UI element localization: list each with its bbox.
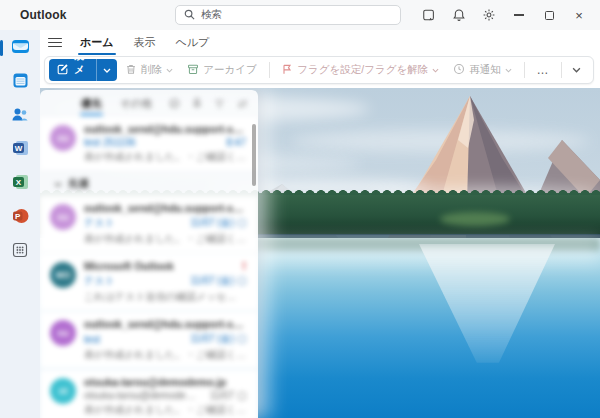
mail-subject: test <box>84 334 182 345</box>
snooze-label: 再通知 <box>469 63 501 77</box>
powerpoint-icon: P <box>12 208 29 228</box>
excel-icon: X <box>12 174 29 194</box>
mail-icon <box>11 38 30 59</box>
main-area: ホーム 表示 ヘルプ 新規 <box>40 30 600 418</box>
new-mail-label: 新規メール <box>74 59 88 81</box>
search-input[interactable]: 検索 <box>175 5 401 25</box>
mail-subject: otsuka-tarou@demodemo... <box>84 390 202 401</box>
pin-icon[interactable] <box>192 95 202 113</box>
avatar: ou <box>50 204 76 230</box>
avatar: ou <box>50 125 76 151</box>
outlook-window: Outlook 検索 <box>0 0 600 418</box>
rail-item-excel[interactable]: X <box>0 174 40 194</box>
app-rail: W X P <box>0 30 40 418</box>
list-scrollbar[interactable] <box>252 124 256 186</box>
attachment-icon <box>238 392 246 400</box>
content-area: 優先 その他 <box>40 88 600 418</box>
tab-home[interactable]: ホーム <box>78 32 116 53</box>
rail-item-people[interactable] <box>0 106 40 126</box>
notes-icon[interactable] <box>414 0 444 30</box>
toolbar-divider <box>524 62 525 78</box>
mail-preview: これはテスト送信の確認メッセージです。・・・ <box>84 290 246 304</box>
select-all-icon[interactable] <box>169 95 180 113</box>
mail-sender: outlook_send@hdu.support-smv.jp <box>84 202 246 214</box>
hamburger-menu-icon[interactable] <box>48 38 62 47</box>
mail-row[interactable]: ou outlook_send@hdu.support-smv.jp test … <box>40 312 258 368</box>
archive-label: アーカイブ <box>203 63 256 77</box>
section-label: 先週 <box>68 177 89 191</box>
mail-time: 11/07 <box>210 390 234 401</box>
mail-row[interactable]: ou outlook_send@hdu.support-smv.jp テスト 1… <box>40 196 258 252</box>
attachment-icon <box>238 277 246 285</box>
mail-sender: otsuka-tarou@demodemo.jp <box>84 376 246 388</box>
mail-row[interactable]: ou outlook_send@hdu.support-smv.jp test … <box>40 117 258 170</box>
mail-preview: 表が作成されました。・ご確認ください。 <box>84 348 246 362</box>
titlebar-actions: × <box>414 0 594 30</box>
mail-subject: テスト <box>84 274 182 288</box>
rail-item-word[interactable]: W <box>0 140 40 160</box>
tab-view[interactable]: 表示 <box>132 32 158 53</box>
mail-list-header: 優先 その他 <box>40 90 258 117</box>
tab-other[interactable]: その他 <box>119 95 153 113</box>
close-button[interactable]: × <box>564 0 594 30</box>
rail-item-more-apps[interactable] <box>0 242 40 262</box>
svg-text:X: X <box>15 178 21 187</box>
svg-text:P: P <box>15 212 21 221</box>
archive-button[interactable]: アーカイブ <box>181 59 262 81</box>
mail-list-panel: 優先 その他 <box>40 90 258 418</box>
search-placeholder: 検索 <box>201 8 222 22</box>
flag-label: フラグを設定/フラグを解除 <box>297 63 428 77</box>
word-icon: W <box>12 140 29 160</box>
people-icon <box>11 107 29 126</box>
new-mail-button[interactable]: 新規メール <box>49 59 117 81</box>
tab-focused[interactable]: 優先 <box>80 95 103 113</box>
sort-icon[interactable] <box>237 95 248 113</box>
mail-time: 11/07 (金) <box>190 216 234 230</box>
attachment-icon <box>238 219 246 227</box>
delete-button[interactable]: 削除 <box>119 59 179 81</box>
mail-sender: outlook_send@hdu.support-smv.jp <box>84 318 246 330</box>
new-mail-dropdown[interactable] <box>96 59 117 81</box>
flag-icon <box>281 63 293 77</box>
mail-sender: Microsoft Outlook <box>84 260 236 272</box>
avatar: ot <box>50 378 76 404</box>
attachment-icon <box>238 335 246 343</box>
bell-icon[interactable] <box>444 0 474 30</box>
clock-icon <box>453 63 465 77</box>
snooze-button[interactable]: 再通知 <box>447 59 518 81</box>
importance-icon: ! <box>242 260 246 272</box>
tab-help[interactable]: ヘルプ <box>174 32 212 53</box>
mail-row[interactable]: ot otsuka-tarou@demodemo.jp otsuka-tarou… <box>40 370 258 418</box>
rail-item-calendar[interactable] <box>0 72 40 92</box>
svg-text:W: W <box>14 144 22 153</box>
mail-subject: テスト <box>84 216 182 230</box>
more-commands-button[interactable]: … <box>530 63 555 77</box>
trash-icon <box>125 63 137 77</box>
calendar-icon <box>12 72 29 93</box>
filter-icon[interactable] <box>214 95 225 113</box>
rail-item-mail[interactable] <box>0 38 40 58</box>
selected-indicator <box>0 40 3 56</box>
toolbar-divider <box>269 62 270 78</box>
mail-row[interactable]: MO Microsoft Outlook ! テスト 11/07 (金) <box>40 254 258 310</box>
mail-preview: 表が作成されました。・ご確認ください。 <box>84 150 246 164</box>
mail-subject: test 251106 <box>84 137 219 148</box>
avatar: ou <box>50 320 76 346</box>
minimize-button[interactable] <box>504 0 534 30</box>
ribbon-tabs: ホーム 表示 ヘルプ <box>40 30 600 55</box>
more-apps-icon <box>12 242 28 262</box>
gear-icon[interactable] <box>474 0 504 30</box>
collapse-ribbon-chevron[interactable] <box>568 67 585 73</box>
flag-button[interactable]: フラグを設定/フラグを解除 <box>275 59 445 81</box>
mail-time: 8:47 <box>227 137 246 148</box>
mail-preview: 表が作成されました。・ご確認ください。 <box>84 403 246 417</box>
mail-time: 11/07 (金) <box>190 274 234 288</box>
avatar: MO <box>50 262 76 288</box>
mail-time: 11/07 (金) <box>190 332 234 346</box>
compose-icon <box>57 63 69 77</box>
app-title: Outlook <box>20 8 67 22</box>
rail-item-powerpoint[interactable]: P <box>0 208 40 228</box>
archive-icon <box>187 63 199 77</box>
maximize-button[interactable] <box>534 0 564 30</box>
section-header-last-week[interactable]: 先週 <box>40 172 258 196</box>
